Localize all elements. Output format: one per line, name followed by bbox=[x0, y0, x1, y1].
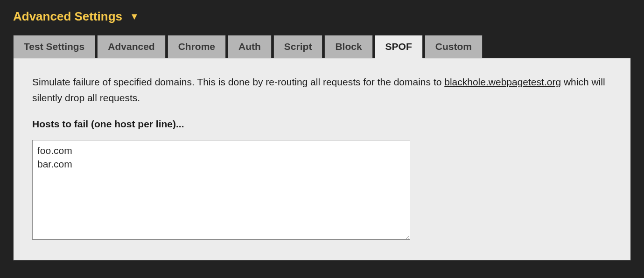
chevron-down-icon: ▼ bbox=[130, 11, 139, 22]
spof-description: Simulate failure of specified domains. T… bbox=[32, 74, 612, 105]
blackhole-link[interactable]: blackhole.webpagetest.org bbox=[444, 76, 561, 87]
tab-label: Test Settings bbox=[24, 41, 84, 52]
tab-label: Block bbox=[335, 41, 362, 52]
tab-test-settings[interactable]: Test Settings bbox=[13, 35, 95, 58]
tab-label: Script bbox=[284, 41, 312, 52]
tab-label: Chrome bbox=[178, 41, 215, 52]
tab-chrome[interactable]: Chrome bbox=[168, 35, 226, 58]
tab-auth[interactable]: Auth bbox=[228, 35, 272, 58]
tabs-row: Test Settings Advanced Chrome Auth Scrip… bbox=[13, 35, 631, 58]
hosts-to-fail-label: Hosts to fail (one host per line)... bbox=[32, 118, 612, 130]
tab-label: Custom bbox=[435, 41, 472, 52]
tab-custom[interactable]: Custom bbox=[425, 35, 483, 58]
tab-script[interactable]: Script bbox=[273, 35, 323, 58]
description-text-pre: Simulate failure of specified domains. T… bbox=[32, 76, 444, 87]
hosts-to-fail-textarea[interactable] bbox=[32, 140, 410, 240]
header-title: Advanced Settings bbox=[13, 9, 122, 24]
tab-block[interactable]: Block bbox=[324, 35, 372, 58]
tab-advanced[interactable]: Advanced bbox=[97, 35, 165, 58]
advanced-settings-header[interactable]: Advanced Settings ▼ bbox=[13, 9, 631, 24]
tab-spof[interactable]: SPOF bbox=[375, 35, 423, 58]
tab-label: Advanced bbox=[108, 41, 154, 52]
tab-panel-spof: Simulate failure of specified domains. T… bbox=[13, 58, 631, 261]
tab-label: SPOF bbox=[385, 41, 412, 52]
tab-label: Auth bbox=[238, 41, 261, 52]
